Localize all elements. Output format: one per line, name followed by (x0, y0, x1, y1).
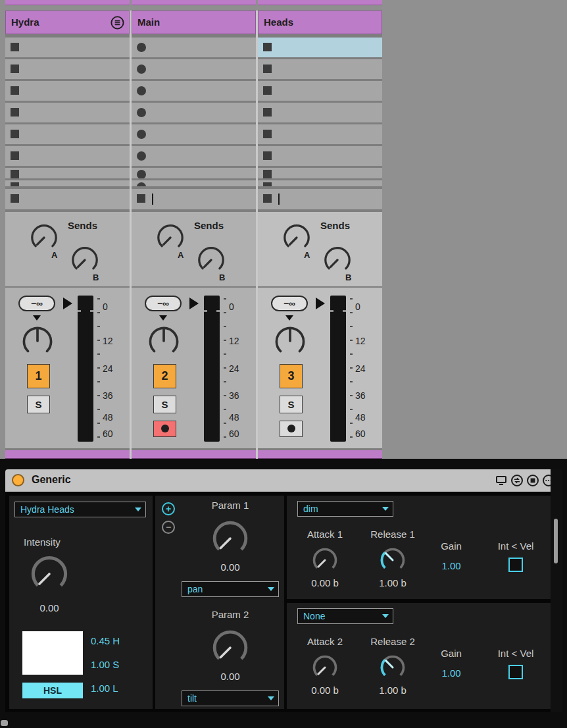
color-swatch[interactable] (22, 631, 83, 675)
clip-slot[interactable] (258, 81, 382, 101)
track-header-heads[interactable]: Heads (258, 11, 382, 34)
clip-slot[interactable] (258, 180, 382, 186)
send-a-knob[interactable] (29, 222, 59, 253)
release1-label: Release 1 (359, 529, 426, 540)
clip-slot[interactable] (132, 59, 256, 79)
session-grid: Hydra Sends A B −∞ 0 12 (5, 11, 382, 459)
intvel2-checkbox[interactable] (508, 665, 523, 679)
arm-button[interactable] (153, 421, 176, 437)
attack1-knob[interactable] (310, 546, 339, 575)
device-title-bar[interactable]: Generic (5, 469, 556, 492)
clip-slot-selected[interactable] (258, 38, 382, 57)
device-scrollbar[interactable] (551, 469, 562, 712)
remove-param-button[interactable]: − (162, 521, 175, 534)
volume-display[interactable]: −∞ (18, 296, 55, 311)
send-b-knob[interactable] (70, 245, 100, 275)
device-activator[interactable] (12, 474, 24, 486)
track-name: Heads (264, 16, 293, 28)
clip-slot[interactable] (132, 38, 256, 57)
clip-slot[interactable] (258, 189, 382, 209)
send-a-knob[interactable] (282, 222, 312, 253)
param2-mapping-dropdown[interactable]: tilt (182, 690, 279, 706)
send-b-knob[interactable] (322, 245, 353, 275)
clip-slot[interactable] (5, 168, 130, 178)
hot-swap-icon[interactable] (510, 474, 524, 487)
attack2-value: 0.00 b (299, 685, 351, 696)
track-header-hydra[interactable]: Hydra (5, 11, 130, 34)
volume-handle-icon[interactable] (285, 315, 293, 321)
clip-slot[interactable] (5, 38, 130, 57)
clip-slot[interactable] (5, 146, 130, 166)
clip-slot[interactable] (258, 124, 382, 144)
arm-button[interactable] (280, 421, 303, 437)
clip-slot[interactable] (132, 168, 256, 178)
save-preset-icon[interactable] (526, 474, 539, 487)
target-track-dropdown[interactable]: Hydra Heads (14, 502, 146, 517)
clip-slot[interactable] (258, 168, 382, 178)
track-menu-icon[interactable] (110, 15, 125, 30)
clip-slot[interactable] (132, 81, 256, 101)
clip-slot[interactable] (132, 146, 256, 166)
volume-display[interactable]: −∞ (145, 296, 182, 311)
lightness-value[interactable]: 1.00 L (91, 683, 118, 694)
clip-slot[interactable] (258, 59, 382, 79)
param2-knob[interactable] (210, 627, 251, 668)
clip-slot[interactable] (132, 189, 256, 209)
scrollbar-handle[interactable] (554, 519, 558, 563)
clip-slot[interactable] (5, 189, 130, 209)
envelope1-mode-value: dim (303, 504, 318, 514)
envelope2-mode-dropdown[interactable]: None (297, 608, 393, 624)
gain2-value[interactable]: 1.00 (426, 667, 476, 679)
pan-knob[interactable] (273, 325, 307, 359)
clip-slot[interactable] (132, 124, 256, 144)
track-column-main: Main Sends A B −∞ 0 12 24 36 48 6 (132, 11, 256, 459)
clip-slot[interactable] (5, 124, 130, 144)
attack2-knob[interactable] (310, 653, 339, 682)
release2-knob[interactable] (378, 653, 407, 682)
saturation-value[interactable]: 1.00 S (91, 659, 119, 670)
clip-record-icon (137, 170, 146, 178)
output-arrow-icon (63, 298, 72, 309)
solo-button[interactable]: S (280, 396, 303, 413)
track-activator-button[interactable]: 1 (27, 364, 50, 388)
track-activator-button[interactable]: 3 (280, 364, 303, 388)
intensity-knob[interactable] (28, 553, 70, 595)
horizontal-scrollbar[interactable] (1, 720, 8, 726)
clip-stop-icon (11, 130, 19, 138)
volume-handle-icon[interactable] (159, 315, 167, 321)
track-color-strip (5, 0, 130, 5)
clip-slot[interactable] (5, 81, 130, 101)
record-icon (161, 425, 169, 432)
volume-handle-icon[interactable] (33, 315, 41, 321)
clip-slot[interactable] (258, 146, 382, 166)
release1-knob[interactable] (378, 546, 407, 575)
solo-button[interactable]: S (153, 396, 176, 413)
clip-slot[interactable] (5, 103, 130, 122)
intvel1-checkbox[interactable] (508, 558, 523, 572)
envelope1-mode-dropdown[interactable]: dim (297, 501, 393, 517)
send-a-label: A (304, 250, 310, 260)
gain1-value[interactable]: 1.00 (426, 560, 476, 571)
clip-slot[interactable] (5, 59, 130, 79)
volume-display[interactable]: −∞ (271, 296, 308, 311)
pan-knob[interactable] (20, 325, 55, 359)
clip-slot[interactable] (132, 180, 256, 186)
pan-knob[interactable] (147, 325, 181, 359)
add-param-button[interactable]: + (162, 502, 175, 515)
param1-knob[interactable] (210, 518, 251, 559)
hsl-mode-button[interactable]: HSL (22, 683, 83, 698)
clip-slot[interactable] (132, 103, 256, 122)
track-activator-button[interactable]: 2 (153, 364, 176, 388)
send-a-knob[interactable] (155, 222, 185, 253)
solo-button[interactable]: S (27, 396, 50, 413)
track-header-main[interactable]: Main (132, 11, 256, 34)
track-color-bar (132, 450, 256, 459)
track-name: Hydra (11, 16, 39, 28)
send-b-knob[interactable] (196, 245, 226, 275)
show-in-rack-icon[interactable] (495, 474, 508, 487)
sends-section: Sends A B (5, 212, 130, 286)
hue-value[interactable]: 0.45 H (91, 635, 120, 646)
clip-slot[interactable] (258, 103, 382, 122)
param1-mapping-dropdown[interactable]: pan (182, 581, 279, 597)
clip-slot[interactable] (5, 180, 130, 186)
